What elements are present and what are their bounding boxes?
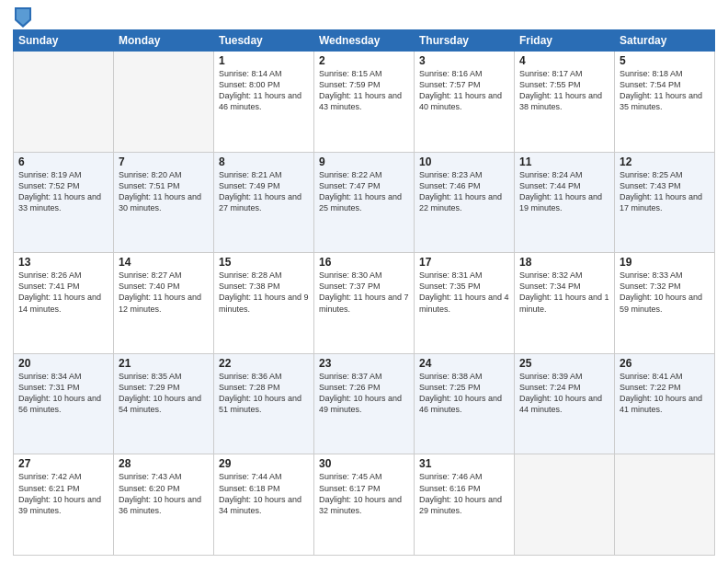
day-number: 29 [219, 457, 309, 470]
day-number: 28 [119, 457, 209, 470]
day-number: 27 [18, 457, 108, 470]
calendar-day: 12Sunrise: 8:25 AM Sunset: 7:43 PM Dayli… [615, 152, 715, 253]
calendar-day: 24Sunrise: 8:38 AM Sunset: 7:25 PM Dayli… [415, 353, 515, 454]
day-header-tuesday: Tuesday [214, 30, 314, 52]
calendar-day: 7Sunrise: 8:20 AM Sunset: 7:51 PM Daylig… [114, 152, 214, 253]
calendar-week-row: 20Sunrise: 8:34 AM Sunset: 7:31 PM Dayli… [14, 353, 715, 454]
day-info: Sunrise: 8:20 AM Sunset: 7:51 PM Dayligh… [119, 169, 209, 214]
day-info: Sunrise: 7:44 AM Sunset: 6:18 PM Dayligh… [219, 471, 309, 516]
calendar-day: 31Sunrise: 7:46 AM Sunset: 6:16 PM Dayli… [415, 454, 515, 556]
day-number: 8 [219, 155, 309, 168]
day-number: 10 [419, 155, 509, 168]
calendar-week-row: 13Sunrise: 8:26 AM Sunset: 7:41 PM Dayli… [14, 253, 715, 354]
day-number: 20 [18, 357, 108, 370]
day-number: 18 [519, 256, 609, 269]
calendar-day: 10Sunrise: 8:23 AM Sunset: 7:46 PM Dayli… [415, 152, 515, 253]
day-info: Sunrise: 8:27 AM Sunset: 7:40 PM Dayligh… [119, 270, 209, 315]
day-info: Sunrise: 8:36 AM Sunset: 7:28 PM Dayligh… [219, 371, 309, 416]
day-info: Sunrise: 8:21 AM Sunset: 7:49 PM Dayligh… [219, 169, 309, 214]
day-number: 19 [620, 256, 710, 269]
logo-icon [15, 7, 31, 28]
day-number: 25 [519, 357, 609, 370]
calendar-week-row: 1Sunrise: 8:14 AM Sunset: 8:00 PM Daylig… [14, 52, 715, 153]
calendar-day: 9Sunrise: 8:22 AM Sunset: 7:47 PM Daylig… [314, 152, 415, 253]
day-number: 1 [219, 54, 309, 67]
calendar-day: 30Sunrise: 7:45 AM Sunset: 6:17 PM Dayli… [314, 454, 415, 556]
calendar-day: 5Sunrise: 8:18 AM Sunset: 7:54 PM Daylig… [615, 52, 715, 153]
calendar-day: 25Sunrise: 8:39 AM Sunset: 7:24 PM Dayli… [515, 353, 615, 454]
logo [13, 9, 31, 24]
calendar-day [114, 52, 214, 153]
day-info: Sunrise: 8:16 AM Sunset: 7:57 PM Dayligh… [419, 68, 509, 113]
day-number: 13 [18, 256, 108, 269]
day-info: Sunrise: 8:35 AM Sunset: 7:29 PM Dayligh… [119, 371, 209, 416]
calendar-day: 17Sunrise: 8:31 AM Sunset: 7:35 PM Dayli… [415, 253, 515, 354]
calendar-week-row: 6Sunrise: 8:19 AM Sunset: 7:52 PM Daylig… [14, 152, 715, 253]
day-info: Sunrise: 8:22 AM Sunset: 7:47 PM Dayligh… [319, 169, 409, 214]
day-info: Sunrise: 7:46 AM Sunset: 6:16 PM Dayligh… [419, 471, 509, 516]
day-info: Sunrise: 7:45 AM Sunset: 6:17 PM Dayligh… [319, 471, 409, 516]
calendar-day: 27Sunrise: 7:42 AM Sunset: 6:21 PM Dayli… [14, 454, 114, 556]
day-info: Sunrise: 8:15 AM Sunset: 7:59 PM Dayligh… [319, 68, 409, 113]
day-number: 31 [419, 457, 509, 470]
calendar-day: 28Sunrise: 7:43 AM Sunset: 6:20 PM Dayli… [114, 454, 214, 556]
day-info: Sunrise: 8:39 AM Sunset: 7:24 PM Dayligh… [519, 371, 609, 416]
day-number: 21 [119, 357, 209, 370]
day-number: 17 [419, 256, 509, 269]
day-info: Sunrise: 8:41 AM Sunset: 7:22 PM Dayligh… [620, 371, 710, 416]
calendar-day: 4Sunrise: 8:17 AM Sunset: 7:55 PM Daylig… [515, 52, 615, 153]
calendar-day [14, 52, 114, 153]
day-number: 4 [519, 54, 609, 67]
day-header-monday: Monday [114, 30, 214, 52]
calendar-day [615, 454, 715, 556]
day-number: 16 [319, 256, 409, 269]
day-header-wednesday: Wednesday [314, 30, 415, 52]
header [13, 9, 715, 24]
calendar-day: 6Sunrise: 8:19 AM Sunset: 7:52 PM Daylig… [14, 152, 114, 253]
calendar-day: 22Sunrise: 8:36 AM Sunset: 7:28 PM Dayli… [214, 353, 314, 454]
day-info: Sunrise: 8:30 AM Sunset: 7:37 PM Dayligh… [319, 270, 409, 315]
calendar-day: 11Sunrise: 8:24 AM Sunset: 7:44 PM Dayli… [515, 152, 615, 253]
day-number: 2 [319, 54, 409, 67]
day-number: 12 [620, 155, 710, 168]
day-info: Sunrise: 8:24 AM Sunset: 7:44 PM Dayligh… [519, 169, 609, 214]
day-header-friday: Friday [515, 30, 615, 52]
calendar-day [515, 454, 615, 556]
day-info: Sunrise: 8:37 AM Sunset: 7:26 PM Dayligh… [319, 371, 409, 416]
calendar-day: 26Sunrise: 8:41 AM Sunset: 7:22 PM Dayli… [615, 353, 715, 454]
day-number: 6 [18, 155, 108, 168]
day-number: 15 [219, 256, 309, 269]
calendar-day: 14Sunrise: 8:27 AM Sunset: 7:40 PM Dayli… [114, 253, 214, 354]
day-number: 24 [419, 357, 509, 370]
day-info: Sunrise: 8:14 AM Sunset: 8:00 PM Dayligh… [219, 68, 309, 113]
day-info: Sunrise: 8:26 AM Sunset: 7:41 PM Dayligh… [18, 270, 108, 315]
calendar-day: 21Sunrise: 8:35 AM Sunset: 7:29 PM Dayli… [114, 353, 214, 454]
day-info: Sunrise: 8:18 AM Sunset: 7:54 PM Dayligh… [620, 68, 710, 113]
calendar-day: 3Sunrise: 8:16 AM Sunset: 7:57 PM Daylig… [415, 52, 515, 153]
day-info: Sunrise: 8:33 AM Sunset: 7:32 PM Dayligh… [620, 270, 710, 315]
day-number: 26 [620, 357, 710, 370]
calendar-day: 16Sunrise: 8:30 AM Sunset: 7:37 PM Dayli… [314, 253, 415, 354]
day-info: Sunrise: 8:34 AM Sunset: 7:31 PM Dayligh… [18, 371, 108, 416]
calendar-day: 15Sunrise: 8:28 AM Sunset: 7:38 PM Dayli… [214, 253, 314, 354]
day-header-sunday: Sunday [14, 30, 114, 52]
day-number: 14 [119, 256, 209, 269]
calendar-week-row: 27Sunrise: 7:42 AM Sunset: 6:21 PM Dayli… [14, 454, 715, 556]
calendar-day: 29Sunrise: 7:44 AM Sunset: 6:18 PM Dayli… [214, 454, 314, 556]
calendar-day: 8Sunrise: 8:21 AM Sunset: 7:49 PM Daylig… [214, 152, 314, 253]
calendar-day: 23Sunrise: 8:37 AM Sunset: 7:26 PM Dayli… [314, 353, 415, 454]
day-number: 9 [319, 155, 409, 168]
calendar-day: 1Sunrise: 8:14 AM Sunset: 8:00 PM Daylig… [214, 52, 314, 153]
calendar-day: 19Sunrise: 8:33 AM Sunset: 7:32 PM Dayli… [615, 253, 715, 354]
calendar-day: 13Sunrise: 8:26 AM Sunset: 7:41 PM Dayli… [14, 253, 114, 354]
day-number: 5 [620, 54, 710, 67]
day-info: Sunrise: 8:38 AM Sunset: 7:25 PM Dayligh… [419, 371, 509, 416]
calendar-header-row: SundayMondayTuesdayWednesdayThursdayFrid… [14, 30, 715, 52]
day-info: Sunrise: 8:25 AM Sunset: 7:43 PM Dayligh… [620, 169, 710, 214]
day-info: Sunrise: 7:43 AM Sunset: 6:20 PM Dayligh… [119, 471, 209, 516]
day-number: 11 [519, 155, 609, 168]
day-number: 7 [119, 155, 209, 168]
day-number: 22 [219, 357, 309, 370]
day-number: 23 [319, 357, 409, 370]
day-header-thursday: Thursday [415, 30, 515, 52]
